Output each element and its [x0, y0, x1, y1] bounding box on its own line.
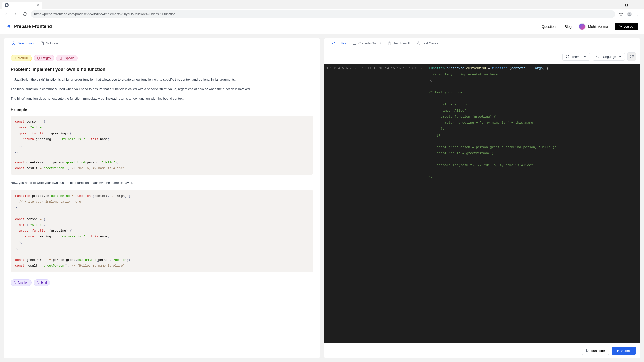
- description-content: Medium Swiggy Expedia Problem: Implement…: [4, 49, 320, 358]
- problem-title: Problem: Implement your own bind functio…: [11, 67, 313, 72]
- menu-button[interactable]: [634, 10, 642, 18]
- tab-console-label: Console Output: [358, 41, 381, 45]
- flask-icon: [416, 41, 420, 45]
- browser-tab[interactable]: [2, 2, 42, 9]
- submit-label: Submit: [621, 349, 631, 353]
- company-pill-swiggy: Swiggy: [34, 55, 54, 61]
- brand-icon: [6, 24, 12, 29]
- difficulty-pill: Medium: [11, 55, 32, 61]
- building-icon: [59, 57, 62, 60]
- svg-rect-14: [389, 42, 390, 42]
- tab-console[interactable]: Console Output: [350, 38, 384, 49]
- svg-point-4: [629, 13, 630, 14]
- svg-marker-20: [617, 350, 619, 352]
- code-editor[interactable]: 1 2 3 4 5 6 7 8 9 10 11 12 13 14 15 16 1…: [324, 64, 640, 343]
- code-icon: [332, 41, 336, 45]
- tag-icon: [37, 281, 40, 284]
- problem-paragraph-2: The bind() function is commonly used whe…: [11, 86, 313, 92]
- logout-button[interactable]: Log out: [615, 23, 638, 30]
- company-label-1: Swiggy: [41, 56, 51, 60]
- close-window-button[interactable]: [632, 1, 643, 9]
- profile-button[interactable]: [625, 10, 633, 18]
- forward-button[interactable]: [12, 10, 20, 18]
- avatar: [579, 23, 586, 30]
- problem-paragraph-1: In JavaScript, the bind() function is a …: [11, 77, 313, 82]
- info-icon: [12, 41, 15, 45]
- company-pill-expedia: Expedia: [56, 55, 77, 61]
- workspace: Description Solution Medium Swiggy E: [0, 34, 644, 362]
- reset-icon: [630, 55, 634, 59]
- svg-rect-13: [353, 42, 356, 45]
- svg-point-5: [638, 13, 638, 13]
- tab-solution[interactable]: Solution: [37, 38, 61, 49]
- svg-point-0: [6, 4, 8, 6]
- editor-toolbar: Theme Language: [324, 49, 640, 64]
- tab-editor-label: Editor: [338, 41, 346, 45]
- example-code-2: Function.prototype.customBind = function…: [11, 190, 313, 273]
- chevron-down-icon: [583, 55, 587, 58]
- url-text: https://preparefrontend.com/practise?id=…: [34, 12, 176, 16]
- difficulty-label: Medium: [18, 56, 29, 60]
- svg-point-6: [638, 14, 638, 14]
- url-bar[interactable]: https://preparefrontend.com/practise?id=…: [31, 10, 615, 18]
- clipboard-icon: [388, 41, 391, 45]
- nav-questions[interactable]: Questions: [542, 25, 557, 29]
- tab-result[interactable]: Test Result: [385, 38, 413, 49]
- brand[interactable]: Prepare Frontend: [6, 24, 52, 29]
- reload-button[interactable]: [21, 10, 29, 18]
- window-controls: [610, 1, 644, 9]
- reset-button[interactable]: [627, 52, 636, 61]
- svg-point-7: [638, 15, 638, 16]
- svg-point-15: [566, 55, 569, 58]
- run-label: Run code: [591, 349, 605, 353]
- concept-label-1: function: [18, 281, 28, 284]
- tab-description[interactable]: Description: [9, 38, 37, 49]
- left-panel-tabs: Description Solution: [4, 38, 320, 49]
- code-area[interactable]: Function.prototype.customBind = function…: [429, 64, 640, 343]
- run-code-button[interactable]: Run code: [582, 347, 609, 355]
- example-code-1: const person = { name: "Alice", greet: f…: [11, 116, 313, 175]
- problem-paragraph-4: Now, you need to write your own custom b…: [11, 180, 313, 186]
- favicon-icon: [5, 3, 9, 7]
- tab-editor[interactable]: Editor: [329, 38, 349, 49]
- svg-rect-1: [625, 4, 627, 6]
- bookmark-button[interactable]: [617, 10, 625, 18]
- maximize-button[interactable]: [621, 1, 632, 9]
- code-icon: [596, 55, 599, 58]
- concept-pill-bind: bind: [34, 279, 50, 286]
- brand-label: Prepare Frontend: [14, 24, 52, 29]
- url-bar-row: https://preparefrontend.com/practise?id=…: [0, 9, 644, 19]
- company-label-2: Expedia: [63, 56, 74, 60]
- user-name: Mohit Verma: [588, 25, 608, 29]
- meta-pills: Medium Swiggy Expedia: [11, 55, 313, 61]
- nav-blog[interactable]: Blog: [565, 25, 572, 29]
- submit-button[interactable]: Submit: [612, 347, 636, 355]
- back-button[interactable]: [2, 10, 10, 18]
- user-chip[interactable]: Mohit Verma: [579, 23, 608, 30]
- signal-icon: [14, 57, 17, 60]
- description-panel: Description Solution Medium Swiggy E: [4, 38, 320, 358]
- right-panel-tabs: Editor Console Output Test Result Test C…: [324, 38, 640, 49]
- minimize-button[interactable]: [610, 1, 621, 9]
- tab-bar: [0, 0, 644, 9]
- tab-description-label: Description: [17, 41, 34, 45]
- logout-label: Log out: [624, 25, 634, 28]
- tab-cases[interactable]: Test Cases: [413, 38, 441, 49]
- concept-pill-function: function: [11, 279, 32, 286]
- theme-dropdown[interactable]: Theme: [562, 53, 590, 61]
- close-tab-icon[interactable]: [36, 3, 40, 7]
- language-dropdown[interactable]: Language: [593, 53, 625, 61]
- tag-icon: [14, 281, 17, 284]
- run-bar: Run code Submit: [324, 343, 640, 358]
- problem-paragraph-3: The bind() function does not execute the…: [11, 96, 313, 101]
- building-icon: [37, 57, 40, 60]
- tab-cases-label: Test Cases: [422, 41, 438, 45]
- svg-marker-2: [619, 12, 623, 15]
- language-label: Language: [601, 55, 616, 59]
- browser-chrome: https://preparefrontend.com/practise?id=…: [0, 0, 644, 19]
- new-tab-button[interactable]: [43, 2, 50, 9]
- tab-solution-label: Solution: [46, 41, 58, 45]
- palette-icon: [566, 55, 569, 58]
- app-header: Prepare Frontend Questions Blog Mohit Ve…: [0, 19, 644, 34]
- concept-pills: function bind: [11, 279, 313, 286]
